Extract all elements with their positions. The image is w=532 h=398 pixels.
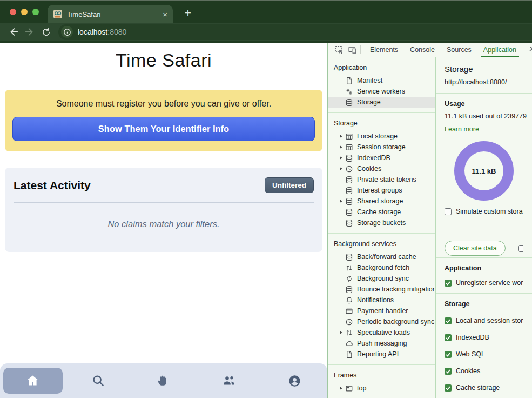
close-window-button[interactable] <box>10 9 16 15</box>
websql-checkbox[interactable] <box>445 351 452 358</box>
sidebar-item-session-storage[interactable]: Session storage <box>328 142 435 152</box>
database-icon <box>345 187 353 195</box>
registration-alert: Someone must register you before you can… <box>5 90 322 151</box>
expander-icon[interactable] <box>338 144 345 151</box>
including-cookies-row[interactable]: including third-party cookies <box>518 244 523 252</box>
sidebar-item-private-state-tokens[interactable]: Private state tokens <box>328 174 435 185</box>
application-section-title: Application <box>445 264 523 272</box>
usage-section: Usage 11.1 kB used out of 239779 Learn m… <box>436 94 532 238</box>
cookies-checkbox[interactable] <box>445 368 452 375</box>
inspect-element-button[interactable] <box>333 44 346 55</box>
clear-site-data-button[interactable]: Clear site data <box>445 241 506 256</box>
maximize-window-button[interactable] <box>32 9 39 15</box>
expander-icon[interactable] <box>338 198 345 205</box>
browser-tab[interactable]: TimeSafari × <box>48 5 173 23</box>
database-icon <box>345 176 353 184</box>
nav-search[interactable] <box>65 363 131 398</box>
storage-section-title: Storage <box>445 300 523 308</box>
latest-activity-card: Latest Activity Unfiltered No claims mat… <box>5 168 322 252</box>
sidebar-item-top-frame[interactable]: top <box>328 383 435 394</box>
clear-local-session-row[interactable]: Local and session storage <box>445 317 523 324</box>
storage-panel-header: Storage http://localhost:8080/ <box>436 57 532 94</box>
content-area: Time Safari Someone must register you be… <box>0 43 532 398</box>
inspect-cursor-icon <box>335 45 344 55</box>
show-identifier-info-button[interactable]: Show Them Your Identifier Info <box>12 117 315 141</box>
address-bar[interactable]: localhost:8080 <box>58 24 532 40</box>
sidebar-item-manifest[interactable]: Manifest <box>328 75 435 86</box>
expander-icon[interactable] <box>338 329 345 336</box>
sidebar-item-interest-groups[interactable]: Interest groups <box>328 185 435 196</box>
cache-storage-checkbox[interactable] <box>445 384 452 392</box>
sidebar-item-payment-handler[interactable]: Payment handler <box>328 306 435 316</box>
site-info-button[interactable] <box>61 26 73 38</box>
tab-sources[interactable]: Sources <box>441 43 477 57</box>
sidebar-item-bounce-tracking-mitigation[interactable]: Bounce tracking mitigation <box>328 284 435 295</box>
simulate-quota-checkbox[interactable] <box>445 208 452 215</box>
activity-empty-message: No claims match your filters. <box>14 219 314 229</box>
sidebar-item-storage[interactable]: Storage <box>328 97 435 108</box>
sidebar-item-cookies[interactable]: Cookies <box>328 163 435 174</box>
document-icon <box>345 350 353 359</box>
sidebar-item-local-storage[interactable]: Local storage <box>328 131 435 142</box>
simulate-quota-row[interactable]: Simulate custom storage quota <box>445 208 523 215</box>
device-toolbar-button[interactable] <box>346 44 359 55</box>
unregister-sw-label: Unregister service workers <box>456 279 523 287</box>
clear-indexeddb-row[interactable]: IndexedDB <box>445 334 523 341</box>
storage-origin: http://localhost:8080/ <box>445 78 523 86</box>
learn-more-link[interactable]: Learn more <box>445 125 479 133</box>
nav-home-active-pill <box>3 368 63 394</box>
clear-websql-row[interactable]: Web SQL <box>445 350 523 358</box>
sidebar-item-notifications[interactable]: Notifications <box>328 295 435 306</box>
unregister-sw-checkbox[interactable] <box>445 280 452 287</box>
sidebar-item-background-sync[interactable]: Background sync <box>328 273 435 284</box>
expander-icon[interactable] <box>338 385 345 392</box>
check-icon <box>445 335 451 341</box>
forward-button[interactable] <box>22 24 38 40</box>
nav-home[interactable] <box>0 363 65 398</box>
url-port-text: :8080 <box>107 28 126 36</box>
minimize-window-button[interactable] <box>21 9 28 15</box>
tab-elements[interactable]: Elements <box>364 43 404 57</box>
nav-offers[interactable] <box>131 363 196 398</box>
people-icon <box>221 373 237 388</box>
clear-cache-storage-row[interactable]: Cache storage <box>445 384 523 392</box>
storage-panel: Storage http://localhost:8080/ Usage 11.… <box>436 57 532 398</box>
including-cookies-checkbox[interactable] <box>518 245 523 252</box>
sidebar-item-cache-storage[interactable]: Cache storage <box>328 207 435 217</box>
sidebar-item-push-messaging[interactable]: Push messaging <box>328 338 435 349</box>
storage-clear-section: Storage Local and session storage Index <box>436 294 532 398</box>
sidebar-item-back-forward-cache[interactable]: Back/forward cache <box>328 251 435 262</box>
unfiltered-button[interactable]: Unfiltered <box>265 177 314 193</box>
sidebar-item-background-fetch[interactable]: Background fetch <box>328 262 435 273</box>
expander-icon[interactable] <box>338 133 345 140</box>
tab-application[interactable]: Application <box>477 43 522 57</box>
new-tab-button[interactable]: + <box>180 5 196 21</box>
database-icon <box>345 286 353 294</box>
device-toolbar-icon <box>348 45 357 55</box>
expander-icon[interactable] <box>338 155 345 162</box>
local-session-checkbox[interactable] <box>445 317 452 324</box>
table-icon <box>345 132 353 141</box>
sidebar-item-speculative-loads[interactable]: Speculative loads <box>328 327 435 338</box>
unregister-sw-row[interactable]: Unregister service workers <box>445 279 523 287</box>
indexeddb-label: IndexedDB <box>456 334 489 341</box>
sidebar-item-reporting-api[interactable]: Reporting API <box>328 349 435 360</box>
latest-activity-heading: Latest Activity <box>14 179 91 192</box>
nav-account[interactable] <box>262 363 327 398</box>
tab-console[interactable]: Console <box>404 43 441 57</box>
reload-button[interactable] <box>38 24 54 40</box>
sidebar-item-periodic-background-sync[interactable]: Periodic background sync <box>328 316 435 327</box>
database-icon <box>345 154 353 162</box>
sidebar-item-service-workers[interactable]: Service workers <box>328 86 435 97</box>
expander-icon[interactable] <box>338 165 345 173</box>
application-clear-section: Application Unregister service workers <box>436 258 532 294</box>
clear-cookies-row[interactable]: Cookies <box>445 367 523 375</box>
back-button[interactable] <box>5 24 22 40</box>
nav-contacts[interactable] <box>197 363 262 398</box>
more-panels-chevron[interactable] <box>527 45 532 55</box>
tab-close-icon[interactable]: × <box>163 10 167 18</box>
sidebar-item-indexeddb[interactable]: IndexedDB <box>328 152 435 163</box>
sidebar-item-storage-buckets[interactable]: Storage buckets <box>328 217 435 228</box>
sidebar-item-shared-storage[interactable]: Shared storage <box>328 196 435 207</box>
indexeddb-checkbox[interactable] <box>445 334 452 341</box>
